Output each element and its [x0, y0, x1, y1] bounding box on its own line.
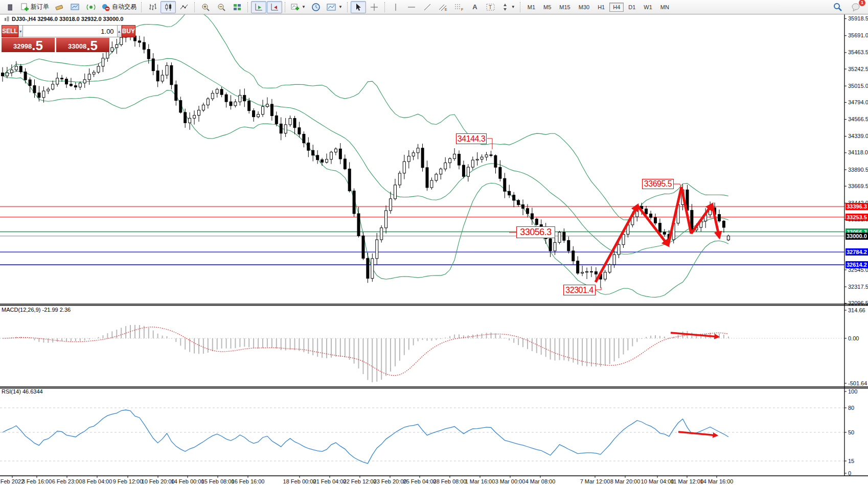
candle-body — [175, 85, 177, 101]
rsi-axis-label: 50 — [848, 429, 854, 435]
candle-body — [29, 80, 31, 85]
buy-button[interactable]: BUY — [122, 25, 135, 37]
candle-body — [508, 191, 511, 195]
candle-body — [444, 163, 447, 169]
candle-body — [116, 44, 118, 48]
candle-body — [42, 91, 45, 98]
annotation-label[interactable]: 33056.3 — [516, 226, 555, 238]
candle-body — [390, 199, 392, 211]
candle-body — [339, 149, 341, 159]
rsi-axis-label: 100 — [848, 388, 857, 395]
candle-body — [490, 155, 492, 156]
candle-body — [220, 89, 223, 95]
candle-body — [15, 66, 17, 70]
buy-price[interactable]: 33008 .5 — [56, 38, 109, 52]
candle-body — [522, 205, 524, 209]
candle-body — [303, 134, 305, 143]
candle-body — [166, 65, 168, 75]
candle-body — [307, 143, 310, 151]
buy-price-big-digit: .5 — [86, 39, 98, 52]
candle-body — [106, 52, 109, 58]
bollinger-middle-band — [3, 58, 728, 254]
candle-body — [608, 265, 611, 272]
candle-body — [143, 42, 145, 50]
candle-body — [152, 59, 154, 71]
candle-body — [531, 214, 533, 219]
time-axis-label: Feb 2022 — [1, 478, 24, 484]
sell-price-main: 32998 — [13, 41, 32, 52]
candle-body — [270, 104, 273, 116]
rsi-axis-label: 15 — [848, 458, 854, 464]
macd-axis-label: -501.64 — [848, 380, 867, 386]
candle-body — [499, 167, 501, 178]
candle-body — [581, 272, 584, 273]
candle-body — [230, 102, 232, 106]
candle-body — [718, 215, 721, 221]
annotation-label[interactable]: 34144.3 — [456, 133, 487, 144]
candle-body — [207, 99, 209, 105]
candle-body — [348, 169, 351, 191]
annotation-label[interactable]: 33695.5 — [642, 179, 674, 189]
candle-body — [111, 48, 113, 51]
volume-input[interactable] — [23, 25, 117, 37]
candle-body — [430, 180, 433, 188]
candle-body — [280, 124, 282, 133]
candle-body — [535, 219, 538, 225]
one-click-trading-panel: SELL ▼ ▲ BUY 32998 .5 33008 .5 — [2, 25, 109, 52]
chart-title-bar: DJ30-,H4 32946.0 33018.0 32932.0 33000.0 — [4, 16, 123, 22]
candle-body — [156, 71, 159, 81]
macd-axis-label: 314.66 — [848, 307, 865, 313]
time-axis-label: 14 Mar 16:00 — [700, 478, 734, 484]
sell-price[interactable]: 32998 .5 — [2, 38, 55, 52]
candle-body — [481, 157, 483, 159]
candle-body — [70, 84, 72, 86]
candle-body — [234, 102, 237, 106]
time-axis-label: 22 Feb 12:00 — [344, 478, 377, 484]
candle-body — [330, 152, 333, 159]
candle-body — [239, 95, 241, 102]
time-axis-label: 14 Feb 00:00 — [171, 478, 204, 484]
candle-body — [198, 110, 200, 116]
candle-body — [595, 272, 597, 274]
candle-body — [449, 158, 451, 163]
chart-canvas[interactable] — [0, 0, 868, 485]
volume-up-button[interactable]: ▲ — [117, 25, 122, 37]
candle-body — [371, 259, 374, 279]
chart-title: DJ30-,H4 32946.0 33018.0 32932.0 33000.0 — [12, 16, 123, 22]
candle-body — [61, 78, 63, 79]
price-tag: 32614.2 — [846, 261, 868, 268]
y-axis-label: 34794.0 — [848, 99, 868, 105]
candle-body — [161, 75, 164, 81]
candle-body — [590, 271, 593, 272]
candle-body — [458, 154, 461, 166]
y-axis-label: 32096.5 — [848, 300, 868, 306]
time-axis-label: 4 Mar 08:00 — [526, 478, 556, 484]
candle-body — [189, 118, 191, 123]
candle-body — [572, 251, 575, 261]
volume-down-button[interactable]: ▼ — [18, 25, 23, 37]
candle-body — [504, 178, 506, 191]
candle-body — [193, 116, 196, 119]
rsi-axis-label: 0 — [848, 470, 851, 476]
trend-arrow-segment[interactable] — [637, 205, 668, 245]
candle-body — [357, 214, 360, 236]
sell-price-big-digit: .5 — [32, 39, 43, 52]
candle-body — [563, 232, 565, 240]
sell-button[interactable]: SELL — [2, 25, 18, 37]
candle-body — [170, 65, 173, 85]
candle-body — [326, 159, 328, 163]
annotation-label[interactable]: 32301.4 — [563, 285, 596, 295]
buy-price-main: 33008 — [68, 41, 86, 52]
candle-body — [289, 119, 291, 125]
candle-body — [398, 173, 401, 185]
candle-body — [517, 200, 520, 205]
candle-body — [453, 154, 456, 159]
candle-body — [618, 245, 620, 255]
y-axis-label: 34118.0 — [848, 149, 868, 155]
time-axis-label: 6 Feb 23:00 — [52, 478, 82, 484]
candle-body — [65, 79, 68, 84]
trend-arrow-segment[interactable] — [691, 204, 712, 234]
y-axis-label: 35242.5 — [848, 66, 868, 72]
time-axis-label: 7 Mar 12:00 — [580, 478, 610, 484]
candle-body — [385, 211, 387, 228]
